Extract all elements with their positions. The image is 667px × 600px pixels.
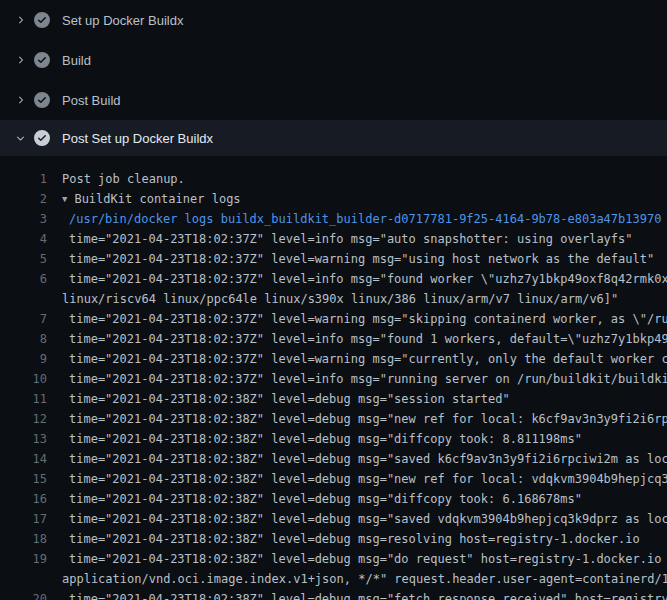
- step-row-post-set-up-docker-buildx[interactable]: Post Set up Docker Buildx: [0, 120, 667, 156]
- line-number[interactable]: [0, 569, 47, 589]
- actions-job-log-view: Set up Docker Buildx Build Post Build Po…: [0, 0, 667, 600]
- line-number[interactable]: 5: [0, 249, 47, 269]
- log-line-text: time="2021-04-23T18:02:38Z" level=debug …: [69, 432, 582, 446]
- log-row: 18 time="2021-04-23T18:02:38Z" level=deb…: [0, 529, 667, 549]
- log-line-text: BuildKit container logs: [74, 192, 240, 206]
- log-row: 11 time="2021-04-23T18:02:38Z" level=deb…: [0, 389, 667, 409]
- log-line-text: linux/riscv64 linux/ppc64le linux/s390x …: [62, 292, 618, 306]
- log-row: 14 time="2021-04-23T18:02:38Z" level=deb…: [0, 449, 667, 469]
- log-line-text: time="2021-04-23T18:02:37Z" level=warnin…: [69, 352, 667, 366]
- line-number[interactable]: 6: [0, 269, 47, 289]
- log-line-text: time="2021-04-23T18:02:38Z" level=debug …: [69, 532, 640, 546]
- log-row: linux/riscv64 linux/ppc64le linux/s390x …: [0, 289, 667, 309]
- step-label: Post Set up Docker Buildx: [62, 131, 213, 146]
- chevron-right-icon: [15, 54, 26, 66]
- line-number[interactable]: 8: [0, 329, 47, 349]
- line-number[interactable]: 10: [0, 369, 47, 389]
- line-number[interactable]: 7: [0, 309, 47, 329]
- log-panel: 1 Post job cleanup. 2 ▼BuildKit containe…: [0, 156, 667, 600]
- line-number[interactable]: 15: [0, 469, 47, 489]
- line-number[interactable]: 18: [0, 529, 47, 549]
- log-row: 10 time="2021-04-23T18:02:37Z" level=inf…: [0, 369, 667, 389]
- log-row: 9 time="2021-04-23T18:02:37Z" level=warn…: [0, 349, 667, 369]
- log-line-text: time="2021-04-23T18:02:37Z" level=info m…: [69, 232, 633, 246]
- line-number[interactable]: 11: [0, 389, 47, 409]
- log-row: 12 time="2021-04-23T18:02:38Z" level=deb…: [0, 409, 667, 429]
- check-circle-icon: [34, 12, 50, 28]
- line-number[interactable]: 4: [0, 229, 47, 249]
- log-row: 8 time="2021-04-23T18:02:37Z" level=info…: [0, 329, 667, 349]
- log-line-text: /usr/bin/docker logs buildx_buildkit_bui…: [69, 212, 661, 226]
- line-number[interactable]: 12: [0, 409, 47, 429]
- log-row: 17 time="2021-04-23T18:02:38Z" level=deb…: [0, 509, 667, 529]
- log-line-text: time="2021-04-23T18:02:38Z" level=debug …: [69, 552, 667, 566]
- log-row: 3 /usr/bin/docker logs buildx_buildkit_b…: [0, 209, 667, 229]
- line-number[interactable]: 13: [0, 429, 47, 449]
- line-number[interactable]: 9: [0, 349, 47, 369]
- log-line-text: Post job cleanup.: [62, 172, 185, 186]
- log-line-text: time="2021-04-23T18:02:37Z" level=info m…: [69, 332, 667, 346]
- log-line-text: time="2021-04-23T18:02:38Z" level=debug …: [69, 392, 510, 406]
- log-line-text: time="2021-04-23T18:02:37Z" level=info m…: [69, 272, 667, 286]
- line-number[interactable]: 19: [0, 549, 47, 569]
- log-line-text: time="2021-04-23T18:02:38Z" level=debug …: [69, 492, 582, 506]
- line-number[interactable]: 3: [0, 209, 47, 229]
- chevron-right-icon: [15, 14, 26, 26]
- log-row: 20 time="2021-04-23T18:02:38Z" level=deb…: [0, 589, 667, 600]
- line-number[interactable]: 16: [0, 489, 47, 509]
- log-row: 6 time="2021-04-23T18:02:37Z" level=info…: [0, 269, 667, 289]
- steps-list: Set up Docker Buildx Build Post Build Po…: [0, 0, 667, 156]
- check-circle-icon: [34, 92, 50, 108]
- group-collapse-triangle-icon[interactable]: ▼: [62, 189, 67, 209]
- check-circle-icon: [34, 130, 50, 146]
- log-line-text: time="2021-04-23T18:02:37Z" level=info m…: [69, 372, 667, 386]
- line-number[interactable]: [0, 289, 47, 309]
- line-number[interactable]: 14: [0, 449, 47, 469]
- log-line-text: time="2021-04-23T18:02:38Z" level=debug …: [69, 512, 667, 526]
- step-row-post-build[interactable]: Post Build: [0, 80, 667, 120]
- log-line-text: time="2021-04-23T18:02:38Z" level=debug …: [69, 592, 667, 600]
- log-row: 15 time="2021-04-23T18:02:38Z" level=deb…: [0, 469, 667, 489]
- log-line-text: time="2021-04-23T18:02:38Z" level=debug …: [69, 412, 667, 426]
- check-circle-icon: [34, 52, 50, 68]
- log-row: 16 time="2021-04-23T18:02:38Z" level=deb…: [0, 489, 667, 509]
- step-label: Post Build: [62, 93, 121, 108]
- log-row: 19 time="2021-04-23T18:02:38Z" level=deb…: [0, 549, 667, 569]
- chevron-right-icon: [15, 94, 26, 106]
- log-line-text: application/vnd.oci.image.index.v1+json,…: [62, 572, 667, 586]
- log-row: 5 time="2021-04-23T18:02:37Z" level=warn…: [0, 249, 667, 269]
- log-row: 13 time="2021-04-23T18:02:38Z" level=deb…: [0, 429, 667, 449]
- line-number[interactable]: 1: [0, 169, 47, 189]
- log-line-text: time="2021-04-23T18:02:37Z" level=warnin…: [69, 312, 667, 326]
- line-number[interactable]: 2: [0, 189, 47, 209]
- log-row: 4 time="2021-04-23T18:02:37Z" level=info…: [0, 229, 667, 249]
- step-label: Build: [62, 53, 91, 68]
- step-row-set-up-docker-buildx[interactable]: Set up Docker Buildx: [0, 0, 667, 40]
- chevron-down-icon: [15, 132, 26, 144]
- log-line-text: time="2021-04-23T18:02:38Z" level=debug …: [69, 472, 667, 486]
- log-row: 2 ▼BuildKit container logs: [0, 189, 667, 209]
- line-number[interactable]: 20: [0, 589, 47, 600]
- step-label: Set up Docker Buildx: [62, 13, 183, 28]
- log-line-text: time="2021-04-23T18:02:37Z" level=warnin…: [69, 252, 654, 266]
- log-row: 1 Post job cleanup.: [0, 169, 667, 189]
- step-row-build[interactable]: Build: [0, 40, 667, 80]
- log-row: 7 time="2021-04-23T18:02:37Z" level=warn…: [0, 309, 667, 329]
- line-number[interactable]: 17: [0, 509, 47, 529]
- log-row: application/vnd.oci.image.index.v1+json,…: [0, 569, 667, 589]
- log-line-text: time="2021-04-23T18:02:38Z" level=debug …: [69, 452, 667, 466]
